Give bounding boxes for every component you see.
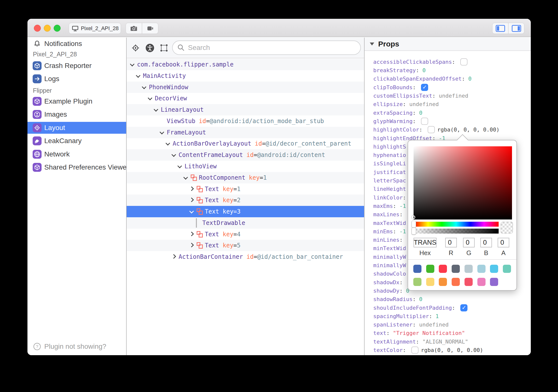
prop-row-spacingMultiplier[interactable]: spacingMultiplier: 1 [373,312,531,321]
prop-row-clickableSpanExpandedOffset[interactable]: clickableSpanExpandedOffset: 0 [373,74,531,83]
prop-row-clipToBounds[interactable]: clipToBounds: ✓ [373,83,531,92]
sidebar-item-images[interactable]: Images [27,109,126,120]
color-swatch[interactable] [490,265,498,273]
tree-row-framelayout[interactable]: FrameLayout [127,127,364,138]
color-swatch[interactable] [426,278,434,286]
prop-row-highlightColor[interactable]: highlightColor: rgba(0, 0, 0, 0.00) [373,125,531,134]
sidebar-item-example-plugin[interactable]: Example Plugin [27,95,126,107]
chevron-down-icon[interactable] [154,107,158,111]
prop-row-glyphWarming[interactable]: glyphWarming: [373,117,531,126]
prop-row-accessibleClickableSpans[interactable]: accessibleClickableSpans: [373,58,531,66]
blue-input[interactable]: 0 [480,238,492,247]
prop-row-spanListener[interactable]: spanListener: undefined [373,320,531,329]
tree-row-contentframelayout[interactable]: ContentFrameLayout id=@android:id/conten… [127,149,364,161]
color-swatch[interactable] [426,265,434,273]
notifications-item[interactable]: Notifications [27,38,126,50]
color-swatch[interactable] [413,278,421,286]
minimize-window-button[interactable] [44,25,51,32]
color-swatch[interactable] [452,265,460,273]
checkbox-checked[interactable]: ✓ [421,84,428,91]
close-window-button[interactable] [34,25,41,32]
chevron-down-icon[interactable] [142,85,146,89]
tree-row-com-facebook-flipper-sample[interactable]: com.facebook.flipper.sample [127,59,364,70]
chevron-right-icon[interactable] [189,198,194,202]
color-swatch[interactable] [490,278,498,286]
toggle-left-panel-button[interactable] [492,23,508,34]
select-frame-icon[interactable] [160,44,168,52]
prop-row-ellipsize[interactable]: ellipsize: undefined [373,100,531,109]
chevron-down-icon[interactable] [160,130,164,134]
prop-row-extraSpacing[interactable]: extraSpacing: 0 [373,109,531,117]
sidebar-item-crash-reporter[interactable]: Crash Reporter [27,60,126,72]
sidebar-item-network[interactable]: Network [27,148,126,160]
prop-row-shouldIncludeFontPadding[interactable]: shouldIncludeFontPadding: ✓ [373,304,531,312]
zoom-window-button[interactable] [54,25,61,32]
sidebar-item-logs[interactable]: Logs [27,73,126,85]
prop-row-customEllipsisText[interactable]: customEllipsisText: undefined [373,91,531,100]
color-swatch[interactable] [452,278,460,286]
color-cursor[interactable] [412,216,415,219]
prop-row-textAlignment[interactable]: textAlignment: "ALIGN_NORMAL" [373,337,531,346]
color-swatch[interactable] [477,265,486,273]
tree-row-viewstub[interactable]: ViewStub id=@android:id/action_mode_bar_… [127,115,364,127]
chevron-down-icon[interactable] [148,96,152,100]
tree-row-linearlayout[interactable]: LinearLayout [127,104,364,115]
sidebar-item-shared-preferences-viewer[interactable]: Shared Preferences Viewer [27,161,126,173]
prop-row-breakStrategy[interactable]: breakStrategy: 0 [373,66,531,75]
screen-record-button[interactable] [142,23,158,34]
color-swatch[interactable] [465,265,473,273]
target-mode-icon[interactable] [131,44,140,52]
chevron-down-icon[interactable] [130,62,134,66]
hue-slider[interactable] [414,222,499,227]
chevron-down-icon[interactable] [177,164,182,168]
chevron-down-icon[interactable] [171,152,176,157]
color-swatch[interactable] [477,278,486,286]
saturation-brightness-field[interactable] [414,146,512,219]
chevron-right-icon[interactable] [189,243,194,247]
tree-row-lithoview[interactable]: LithoView [127,161,364,172]
tree-row-text[interactable]: Text key=2 [127,195,364,206]
tree-row-mainactivity[interactable]: MainActivity [127,70,364,82]
tree-row-textdrawable[interactable]: TextDrawable [127,217,364,229]
checkbox-unchecked[interactable] [421,118,428,125]
hue-slider-handle[interactable] [412,221,416,228]
chevron-down-icon[interactable] [165,141,170,146]
alpha-slider[interactable] [414,229,499,234]
checkbox-unchecked[interactable] [428,126,435,133]
hex-input[interactable]: TRANS [414,238,437,247]
chevron-right-icon[interactable] [171,254,176,259]
accessibility-icon[interactable] [145,44,154,52]
search-input[interactable]: Search [172,41,361,55]
tree-row-text[interactable]: Text key=3 [127,206,364,217]
sidebar-item-layout[interactable]: Layout [27,122,126,134]
color-swatch[interactable] [439,265,447,273]
green-input[interactable]: 0 [463,238,475,247]
chevron-right-icon[interactable] [189,186,194,191]
tree-row-decorview[interactable]: DecorView [127,93,364,104]
alpha-slider-handle[interactable] [412,228,416,235]
alpha-input[interactable]: 0 [498,238,509,247]
tree-row-text[interactable]: Text key=4 [127,229,364,240]
color-swatch[interactable] [465,278,473,286]
screenshot-button[interactable] [126,23,142,34]
red-input[interactable]: 0 [445,238,457,247]
color-swatch[interactable] [413,265,421,273]
plugin-not-showing-link[interactable]: ? Plugin not showing? [27,341,126,352]
props-header[interactable]: Props [365,38,531,51]
tree-row-phonewindow[interactable]: PhoneWindow [127,82,364,93]
tree-row-actionbarcontainer[interactable]: ActionBarContainer id=@id/action_bar_con… [127,251,364,262]
device-selector-button[interactable]: Pixel_2_API_28 [69,23,121,34]
tree-row-text[interactable]: Text key=5 [127,240,364,251]
prop-row-textColor[interactable]: textColor: rgba(0, 0, 0, 0.00) [373,346,531,354]
sidebar-item-leakcanary[interactable]: LeakCanary [27,135,126,147]
tree-row-actionbaroverlaylayout[interactable]: ActionBarOverlayLayout id=@id/decor_cont… [127,138,364,149]
chevron-down-icon[interactable] [189,209,194,213]
color-swatch[interactable] [503,265,511,273]
checkbox-checked[interactable]: ✓ [460,304,467,311]
prop-row-text[interactable]: text: "Trigger Notification" [373,329,531,337]
chevron-down-icon[interactable] [136,73,140,78]
tree-row-text[interactable]: Text key=1 [127,183,364,195]
color-swatch[interactable] [439,278,447,286]
tree-row-rootcomponent[interactable]: RootComponent key=1 [127,172,364,183]
prop-row-shadowRadius[interactable]: shadowRadius: 0 [373,295,531,304]
